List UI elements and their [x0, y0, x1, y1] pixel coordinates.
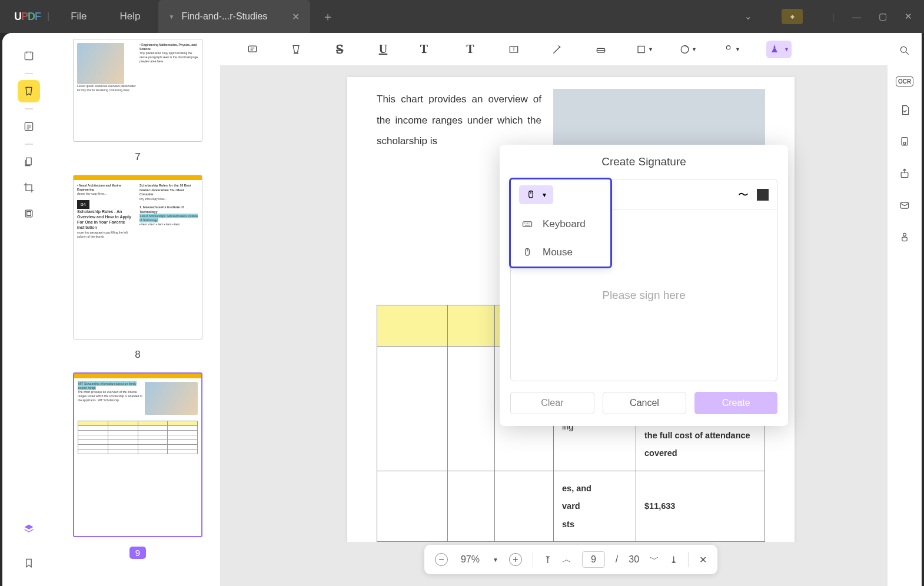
stroke-style-icon[interactable]: 〜 — [738, 188, 749, 202]
svg-rect-18 — [902, 237, 907, 241]
svg-point-12 — [900, 46, 906, 52]
clear-button[interactable]: Clear — [510, 392, 594, 414]
ocr-icon[interactable]: OCR — [896, 76, 913, 86]
new-tab-button[interactable]: ＋ — [322, 9, 334, 25]
create-button[interactable]: Create — [694, 392, 777, 414]
convert-icon[interactable] — [899, 104, 910, 118]
annotation-toolbar: S̶ U T〰 T T ▼ ▼ ▼ ▼ — [220, 33, 922, 65]
svg-rect-3 — [25, 210, 32, 217]
textbox-tool-icon[interactable]: T — [505, 41, 523, 58]
thumbnail-panel: Lorem ipsum small text overview placehol… — [55, 33, 220, 586]
zoom-dropdown-icon[interactable]: ▼ — [493, 557, 498, 563]
reader-mode-icon[interactable] — [18, 45, 40, 67]
svg-rect-4 — [27, 212, 31, 216]
zoom-out-button[interactable]: − — [435, 553, 448, 566]
zoom-in-button[interactable]: + — [509, 553, 522, 566]
edit-mode-icon[interactable] — [18, 115, 40, 138]
color-swatch[interactable] — [757, 189, 769, 201]
menu-help[interactable]: Help — [120, 11, 141, 22]
cancel-button[interactable]: Cancel — [603, 392, 687, 414]
svg-rect-2 — [26, 158, 31, 165]
eraser-tool-icon[interactable] — [592, 41, 610, 58]
signature-tool-icon[interactable]: ▼ — [766, 41, 792, 58]
mouse-icon — [521, 247, 533, 258]
highlight-tool-icon[interactable] — [287, 41, 305, 58]
mode-mouse-option[interactable]: Mouse — [511, 238, 610, 267]
signature-pad: ▼ 〜 Please sign here ▼ — [510, 179, 777, 381]
close-bar-button[interactable]: ✕ — [699, 554, 707, 565]
close-window-button[interactable]: ✕ — [905, 11, 912, 22]
tab-close-icon[interactable]: ✕ — [292, 11, 300, 22]
svg-rect-21 — [523, 222, 532, 227]
search-icon[interactable] — [899, 45, 910, 59]
tab-chevron-icon: ▼ — [169, 14, 175, 20]
squiggly-tool-icon[interactable]: T〰 — [418, 41, 436, 58]
app-logo: UPDF — [0, 11, 35, 23]
sticker-tool-icon[interactable]: ▼ — [723, 41, 740, 58]
window-controls: ⌄ ◆ | — ▢ ✕ — [744, 9, 924, 24]
svg-point-17 — [903, 233, 906, 236]
comment-mode-icon[interactable] — [18, 80, 40, 102]
option-label: Keyboard — [543, 218, 586, 230]
separator — [25, 108, 33, 109]
organize-pages-icon[interactable] — [18, 151, 40, 173]
crop-icon[interactable] — [18, 177, 40, 199]
mouse-icon — [525, 189, 537, 201]
save-icon[interactable] — [899, 231, 910, 245]
modal-title: Create Signature — [500, 145, 788, 179]
menu-bar: File Help — [71, 11, 140, 22]
svg-point-11 — [726, 45, 730, 49]
stamp-tool-icon[interactable]: ▼ — [679, 41, 697, 58]
next-page-button[interactable]: ﹀ — [650, 554, 659, 566]
bookmark-icon[interactable] — [18, 552, 40, 574]
input-mode-dropdown: ▼ Keyboard Mouse — [509, 178, 612, 268]
chevron-down-icon[interactable]: ⌄ — [744, 11, 752, 22]
maximize-button[interactable]: ▢ — [879, 11, 887, 22]
zoom-value[interactable]: 97% — [458, 554, 482, 565]
prev-page-button[interactable]: ︿ — [562, 554, 571, 566]
table-row: es, andvardsts $11,633 — [377, 471, 765, 541]
create-signature-modal: Create Signature ▼ 〜 Please sign here — [500, 145, 788, 426]
pencil-tool-icon[interactable] — [549, 41, 566, 58]
separator — [25, 144, 33, 145]
tab-title: Find-and-...r-Studies — [181, 11, 267, 22]
zoom-page-bar: − 97% ▼ + ⤒ ︿ 9 / 30 ﹀ ⤓ ✕ — [424, 545, 717, 574]
last-page-button[interactable]: ⤓ — [670, 554, 677, 565]
note-tool-icon[interactable] — [244, 41, 261, 58]
underline-tool-icon[interactable]: U — [374, 41, 392, 58]
document-tab[interactable]: ▼ Find-and-...r-Studies ✕ — [158, 0, 311, 33]
page-sep: / — [616, 554, 618, 565]
separator — [533, 552, 533, 567]
share-icon[interactable] — [899, 168, 910, 182]
page-thumbnail-7[interactable]: Lorem ipsum small text overview placehol… — [73, 39, 202, 142]
separator: | — [832, 12, 835, 22]
first-page-button[interactable]: ⤒ — [544, 554, 551, 565]
svg-rect-16 — [900, 202, 908, 208]
minimize-button[interactable]: — — [852, 12, 861, 22]
page-thumbnail-9[interactable]: MIT Scholarship information based on fam… — [73, 372, 202, 537]
protect-icon[interactable] — [899, 136, 910, 150]
thumbnail-label: 7 — [73, 151, 202, 163]
separator: | — [47, 11, 49, 22]
document-area: S̶ U T〰 T T ▼ ▼ ▼ ▼ This chart provides … — [220, 33, 922, 586]
user-badge[interactable]: ◆ — [782, 9, 803, 24]
email-icon[interactable] — [899, 199, 910, 214]
svg-rect-9 — [638, 46, 644, 52]
page-thumbnail-8[interactable]: • Naval Architecture and Marine Engineer… — [73, 175, 202, 339]
thumbnail-label: 8 — [73, 349, 202, 361]
table-row: $100,000–$140,00097% $52,98095% of tuiti… — [377, 542, 765, 542]
current-page-input[interactable]: 9 — [582, 551, 605, 568]
thumbnail-label: 9 — [73, 547, 202, 559]
mode-keyboard-option[interactable]: Keyboard — [511, 210, 610, 238]
strikethrough-tool-icon[interactable]: S̶ — [331, 41, 348, 58]
option-label: Mouse — [543, 247, 573, 258]
layers-icon[interactable] — [18, 518, 40, 540]
svg-text:T: T — [512, 46, 515, 52]
compress-icon[interactable] — [18, 202, 40, 225]
menu-file[interactable]: File — [71, 11, 87, 22]
svg-rect-0 — [25, 52, 32, 59]
shape-tool-icon[interactable]: ▼ — [636, 41, 653, 58]
svg-rect-5 — [248, 46, 256, 52]
separator — [688, 552, 689, 567]
text-tool-icon[interactable]: T — [461, 41, 479, 58]
